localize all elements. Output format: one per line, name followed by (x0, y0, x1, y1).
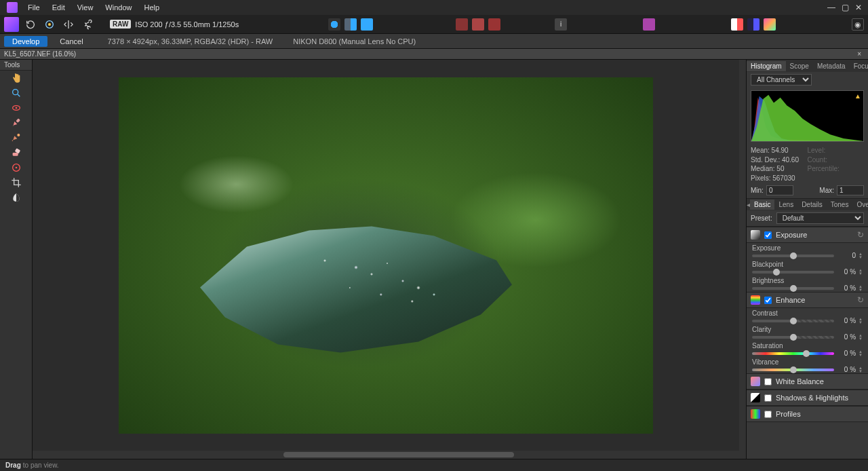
section-enhance[interactable]: Enhance ↻ (747, 292, 868, 308)
preset-select[interactable]: Default (776, 212, 864, 224)
min-input[interactable] (766, 185, 793, 195)
swatch-c-icon[interactable] (764, 18, 776, 31)
window-close-icon[interactable]: ✕ (852, 3, 865, 12)
enhance-slider-3[interactable] (752, 369, 834, 371)
split-view-icon[interactable] (344, 18, 357, 31)
mirror-view-icon[interactable] (361, 18, 373, 31)
histogram[interactable]: ▲ (751, 90, 864, 142)
enhance-slider-2[interactable] (752, 352, 834, 355)
tab-overlays[interactable]: Overlays (852, 200, 868, 210)
exposure-stepper-1[interactable]: ▲▼ (859, 269, 863, 276)
exposure-stepper-0[interactable]: ▲▼ (859, 252, 863, 259)
profiles-icon (751, 409, 760, 419)
menu-window[interactable]: Window (99, 1, 138, 14)
menubar: File Edit View Window Help — ▢ ✕ (0, 0, 868, 15)
adjust-tabs: ◂ Basic Lens Details Tones Overlays ≡ (747, 198, 868, 210)
exposure-checkbox[interactable] (764, 231, 772, 239)
overlay-gradient-tool-icon[interactable] (5, 160, 27, 175)
exposure-slider-0[interactable] (752, 255, 834, 257)
tab-lens[interactable]: Lens (774, 200, 797, 210)
enhance-checkbox[interactable] (764, 297, 772, 304)
refresh-icon[interactable] (23, 17, 38, 32)
swatch-a-icon[interactable] (731, 18, 743, 31)
exposure-reset-icon[interactable]: ↻ (857, 230, 864, 240)
cancel-button[interactable]: Cancel (53, 36, 90, 47)
menu-edit[interactable]: Edit (46, 1, 71, 14)
crop-tool-icon[interactable] (5, 175, 27, 190)
enhance-slider-1[interactable] (752, 336, 834, 339)
white-balance-label: White Balance (776, 377, 824, 385)
blemish-tool-icon[interactable] (5, 115, 27, 130)
clip-highlights-icon[interactable] (472, 18, 484, 31)
svg-rect-5 (16, 118, 20, 123)
enhance-reset-icon[interactable]: ↻ (857, 295, 864, 305)
tab-metadata[interactable]: Metadata (813, 61, 850, 71)
mirror-icon[interactable] (61, 17, 76, 32)
horizontal-scrollbar[interactable] (33, 451, 739, 459)
enhance-stepper-1[interactable]: ▲▼ (859, 334, 863, 341)
section-profiles[interactable]: Profiles (747, 406, 868, 422)
chrome-icon[interactable] (42, 17, 57, 32)
section-shadows-highlights[interactable]: Shadows & Highlights (747, 390, 868, 406)
enhance-value-2: 0 % (837, 350, 856, 357)
tab-tones[interactable]: Tones (827, 200, 853, 210)
tab-details[interactable]: Details (797, 200, 827, 210)
assistant-icon[interactable] (643, 18, 655, 31)
develop-button[interactable]: Develop (4, 36, 47, 47)
tab-scope[interactable]: Scope (786, 61, 813, 71)
tab-basic[interactable]: Basic (750, 200, 774, 210)
vertical-scrollbar[interactable] (739, 60, 746, 459)
histogram-stats: Mean: 54.90 Level: Std. Dev.: 40.60 Coun… (747, 145, 868, 184)
share-icon[interactable] (80, 17, 95, 32)
enhance-stepper-0[interactable]: ▲▼ (859, 318, 863, 324)
shadows-highlights-label: Shadows & Highlights (776, 394, 848, 402)
window-minimize-icon[interactable]: — (825, 3, 838, 12)
tab-histogram[interactable]: Histogram (747, 61, 786, 71)
menu-view[interactable]: View (71, 1, 100, 14)
section-white-balance[interactable]: White Balance (747, 373, 868, 390)
exposure-slider-2[interactable] (752, 287, 834, 290)
exposure-stepper-2[interactable]: ▲▼ (859, 285, 863, 292)
enhance-stepper-3[interactable]: ▲▼ (859, 366, 863, 373)
clip-tones-icon[interactable] (488, 18, 500, 31)
menu-help[interactable]: Help (138, 1, 165, 14)
document-tabbar: KL5_6507.NEF (16.0%) × (0, 49, 868, 60)
swatch-b-icon[interactable] (747, 18, 760, 31)
overlay-paint-tool-icon[interactable] (5, 130, 27, 145)
menu-file[interactable]: File (22, 1, 46, 14)
enhance-slider-0[interactable] (752, 320, 834, 322)
account-icon[interactable]: ◉ (852, 18, 864, 31)
canvas-area[interactable] (33, 60, 739, 459)
enhance-header-label: Enhance (776, 296, 805, 304)
max-label: Max: (819, 187, 834, 194)
main-toolbar: RAW ISO 200 ƒ/3.5 55.0mm 1/1250s i ◉ (0, 15, 868, 34)
shadows-highlights-checkbox[interactable] (764, 394, 772, 402)
canvas-image[interactable] (119, 77, 653, 434)
single-view-icon[interactable] (328, 18, 340, 31)
section-exposure[interactable]: Exposure ↻ (747, 227, 868, 243)
tab-focus[interactable]: Focus (850, 61, 868, 71)
profiles-checkbox[interactable] (764, 411, 772, 418)
status-hint-strong: Drag (5, 461, 21, 469)
close-tab-icon[interactable]: × (854, 50, 864, 58)
enhance-label-2: Saturation (752, 342, 863, 350)
hand-tool-icon[interactable] (5, 71, 27, 86)
document-tab[interactable]: KL5_6507.NEF (16.0%) (4, 50, 76, 58)
svg-point-10 (15, 167, 17, 169)
enhance-stepper-2[interactable]: ▲▼ (859, 350, 863, 357)
overlay-erase-tool-icon[interactable] (5, 145, 27, 160)
white-balance-checkbox[interactable] (764, 378, 772, 385)
info-icon[interactable]: i (555, 18, 567, 31)
persona-photo-icon[interactable] (4, 17, 19, 32)
enhance-label-3: Vibrance (752, 358, 863, 366)
max-input[interactable] (837, 185, 864, 195)
channel-select[interactable]: All Channels (751, 74, 812, 86)
redeye-tool-icon[interactable] (5, 100, 27, 115)
svg-marker-13 (751, 95, 863, 141)
exposure-slider-1[interactable] (752, 271, 834, 274)
window-maximize-icon[interactable]: ▢ (838, 3, 852, 12)
white-balance-tool-icon[interactable] (5, 190, 27, 205)
clip-shadows-icon[interactable] (456, 18, 468, 31)
shadows-highlights-icon (751, 393, 760, 402)
zoom-tool-icon[interactable] (5, 86, 27, 100)
